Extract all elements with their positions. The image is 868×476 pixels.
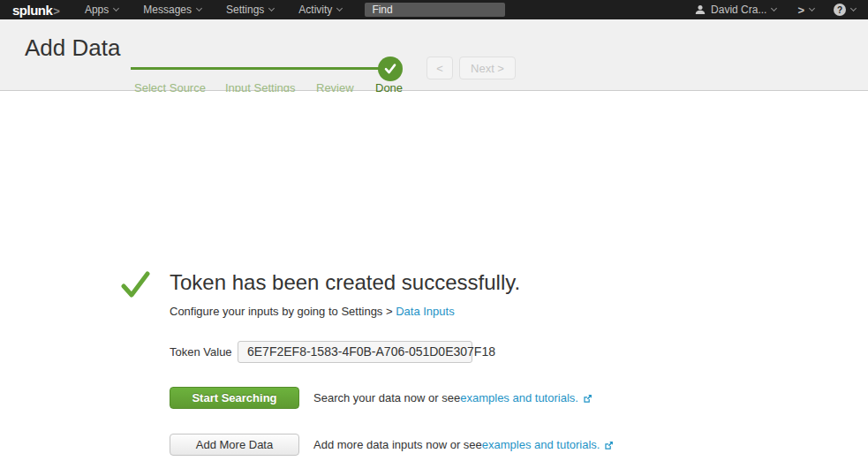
action-row-start-searching: Start Searching Search your data now or … <box>170 387 593 409</box>
nav-menu-settings-label: Settings <box>226 4 264 16</box>
chevron-down-icon <box>809 5 815 11</box>
nav-menu-apps-label: Apps <box>85 4 109 16</box>
add-more-data-button[interactable]: Add More Data <box>170 434 299 456</box>
nav-menu-messages-label: Messages <box>143 4 192 16</box>
examples-tutorials-link[interactable]: examples and tutorials. <box>482 438 600 451</box>
help-icon: ? <box>834 4 846 16</box>
user-name-label: David Cra... <box>711 4 766 16</box>
success-heading: Token has been created successfully. <box>170 270 520 295</box>
chevron-down-icon <box>771 5 777 11</box>
wizard-done-check-icon <box>378 57 403 81</box>
configure-inputs-prefix: Configure your inputs by going to Settin… <box>170 305 396 318</box>
user-menu[interactable]: David Cra... <box>695 4 776 16</box>
nav-menu-activity-label: Activity <box>298 4 332 16</box>
page-title: Add Data <box>25 34 120 62</box>
nav-menu-activity[interactable]: Activity <box>298 4 342 16</box>
splunk-logo-arrow: > <box>53 4 60 18</box>
chevron-down-icon <box>268 5 275 11</box>
token-value-field[interactable]: 6E7F2EF8-1583-4F0B-A706-051D0E307F18 <box>238 341 472 363</box>
next-button[interactable]: Next > <box>459 57 516 79</box>
chevron-down-icon <box>113 5 119 11</box>
action-description: Search your data now or see examples and… <box>313 391 593 404</box>
wizard-progress-line <box>131 67 380 70</box>
chevron-down-icon <box>336 5 343 11</box>
examples-tutorials-link[interactable]: examples and tutorials. <box>460 391 578 404</box>
external-link-icon <box>583 394 593 404</box>
action-text: Add more data inputs now or see <box>313 438 482 451</box>
chevron-down-icon <box>850 5 857 11</box>
back-button[interactable]: < <box>426 57 453 79</box>
help-menu[interactable]: ? <box>834 4 856 16</box>
find-search-input[interactable] <box>365 3 505 17</box>
topbar-right-group: David Cra... > ? <box>695 4 856 17</box>
top-nav-bar: splunk > Apps Messages Settings Activity… <box>0 0 868 19</box>
chevron-down-icon <box>196 5 202 11</box>
splunk-logo[interactable]: splunk > <box>12 3 60 18</box>
main-content: Token has been created successfully. Con… <box>0 92 868 476</box>
action-text: Search your data now or see <box>313 391 460 404</box>
configure-inputs-text: Configure your inputs by going to Settin… <box>170 305 455 318</box>
nav-menu-apps[interactable]: Apps <box>85 4 118 16</box>
splunk-arrow-icon: > <box>797 4 804 17</box>
nav-menu-messages[interactable]: Messages <box>143 4 201 16</box>
nav-menu-settings[interactable]: Settings <box>226 4 274 16</box>
token-value-label: Token Value <box>170 345 232 359</box>
splunk-arrow-menu[interactable]: > <box>797 4 814 17</box>
action-description: Add more data inputs now or see examples… <box>313 438 614 451</box>
action-row-add-more-data: Add More Data Add more data inputs now o… <box>170 434 614 456</box>
data-inputs-link[interactable]: Data Inputs <box>396 305 455 318</box>
start-searching-button[interactable]: Start Searching <box>170 387 299 409</box>
user-icon <box>695 4 706 15</box>
splunk-logo-text: splunk <box>12 3 52 18</box>
success-check-icon <box>121 271 150 298</box>
external-link-icon <box>604 441 614 450</box>
page-header: Add Data Select Source Input Settings Re… <box>0 19 868 91</box>
